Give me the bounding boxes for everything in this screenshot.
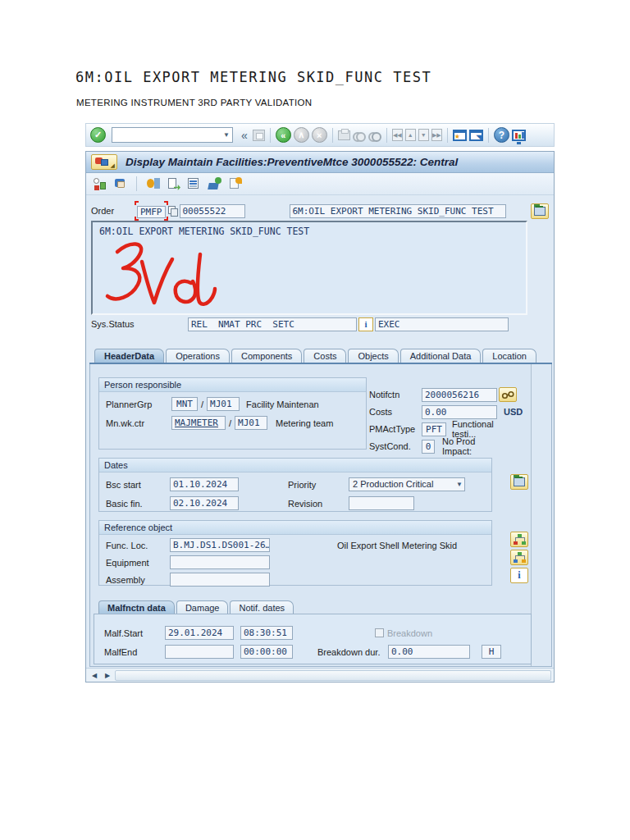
scroll-left-icon[interactable]: ◀: [89, 670, 100, 681]
workcenter-plant-field[interactable]: MJ01: [235, 416, 267, 430]
tab-location[interactable]: Location: [482, 349, 536, 363]
print-icon[interactable]: [338, 130, 350, 140]
object-structure-icon[interactable]: [510, 550, 528, 565]
document-flow-icon[interactable]: [167, 177, 180, 190]
sys-status-label: Sys.Status: [91, 319, 188, 329]
first-page-icon[interactable]: ◀◀: [392, 129, 403, 141]
help-icon[interactable]: ?: [494, 127, 509, 143]
systcond-description: No Prod Impact:: [442, 436, 495, 456]
malf-start-date-field[interactable]: 29.01.2024: [165, 626, 234, 640]
next-page-icon[interactable]: ▼: [418, 129, 429, 141]
order-type-field[interactable]: PMFP: [137, 206, 166, 218]
malf-start-time-field[interactable]: 08:30:51: [240, 626, 293, 640]
plannergrp-plant-field[interactable]: MJ01: [207, 397, 240, 411]
tab-costs[interactable]: Costs: [304, 349, 346, 363]
assembly-field[interactable]: [170, 573, 270, 587]
order-number-field[interactable]: 00055522: [180, 204, 245, 218]
copy-icon[interactable]: [168, 206, 177, 216]
costs-currency: USD: [504, 407, 556, 417]
tab-objects[interactable]: Objects: [348, 349, 398, 363]
status-info-icon[interactable]: i: [358, 317, 373, 331]
header-data-icon[interactable]: [531, 203, 549, 219]
command-field[interactable]: ▼: [112, 127, 233, 143]
funcloc-description: Oil Export Shell Metering Skid: [337, 541, 457, 550]
costs-field[interactable]: 0.00: [422, 405, 497, 419]
priority-dropdown[interactable]: 2 Production Critical▼: [349, 477, 465, 491]
glasses-icon: [501, 390, 515, 399]
services-for-object-icon[interactable]: ◢: [91, 154, 117, 170]
tab-headerdata[interactable]: HeaderData: [94, 349, 164, 363]
breakdown-duration-label: Breakdown dur.: [317, 647, 388, 657]
malf-start-label: Malf.Start: [104, 628, 165, 638]
window-titlebar: ◢ Display Maintain Facilities:Preventive…: [86, 152, 554, 173]
malf-end-time-field[interactable]: 00:00:00: [240, 645, 293, 659]
systcond-field[interactable]: 0: [422, 440, 435, 454]
toolbar-separator: [386, 128, 387, 143]
chevron-down-icon[interactable]: ▼: [223, 131, 230, 139]
last-page-icon[interactable]: ▶▶: [431, 129, 442, 141]
pmacttype-field[interactable]: PFT: [422, 422, 446, 436]
notification-field[interactable]: 2000056216: [422, 388, 497, 402]
customize-layout-icon[interactable]: [512, 130, 526, 141]
order-long-text-area[interactable]: 6M:OIL EXPORT METERING SKID_FUNC TEST: [91, 221, 527, 315]
permits-icon[interactable]: [113, 177, 127, 190]
previous-page-icon[interactable]: ▲: [405, 129, 416, 141]
exit-icon[interactable]: ∧: [294, 127, 309, 143]
costs-report-icon[interactable]: [146, 177, 160, 190]
long-text-line: 6M:OIL EXPORT METERING SKID_FUNC TEST: [99, 226, 309, 237]
tab-operations[interactable]: Operations: [166, 349, 230, 363]
revision-label: Revision: [288, 499, 349, 509]
notification-label: Notifctn: [369, 390, 422, 399]
malf-end-date-field[interactable]: [165, 645, 234, 659]
revision-field[interactable]: [349, 496, 414, 510]
sap-window: ◢ Display Maintain Facilities:Preventive…: [85, 151, 555, 682]
create-shortcut-icon[interactable]: ◥: [469, 130, 483, 141]
workcenter-field[interactable]: MAJMETER: [171, 416, 226, 430]
breakdown-duration-field[interactable]: 0.00: [388, 645, 470, 659]
toolbar-separator: [270, 128, 271, 143]
subtab-notif-dates[interactable]: Notif. dates: [230, 600, 294, 614]
order-type-selection: PMFP: [137, 203, 166, 218]
malf-end-label: MalfEnd: [104, 647, 165, 657]
display-change-icon[interactable]: [208, 177, 221, 190]
back-icon[interactable]: «: [276, 127, 291, 143]
person-responsible-group: Person responsible PlannerGrp MNT / MJ01…: [98, 377, 367, 450]
save-icon[interactable]: [253, 130, 265, 141]
structure-list-icon[interactable]: [510, 532, 528, 547]
separator-slash: /: [201, 399, 203, 409]
object-info-icon[interactable]: i: [510, 568, 528, 583]
sys-status-field[interactable]: REL NMAT PRC SETC: [188, 317, 357, 331]
separator-slash: /: [229, 418, 231, 428]
scroll-right-icon[interactable]: ▶: [102, 670, 113, 681]
breakdown-checkbox[interactable]: [375, 628, 384, 637]
equipment-label: Equipment: [106, 558, 170, 568]
collapse-icon[interactable]: «: [239, 129, 250, 142]
user-status-field[interactable]: EXEC: [375, 317, 509, 331]
order-description-field[interactable]: 6M:OIL EXPORT METERING SKID_FUNC TEST: [290, 204, 506, 218]
plannergrp-field[interactable]: MNT: [171, 397, 198, 411]
find-next-icon[interactable]: [368, 130, 381, 140]
malfunction-data-panel: Malf.Start 29.01.2024 08:30:51 Breakdown…: [94, 614, 532, 664]
duration-unit-field[interactable]: H: [482, 645, 501, 659]
order-documents-icon[interactable]: [228, 177, 242, 190]
display-notification-icon[interactable]: [499, 387, 517, 402]
dates-detail-icon[interactable]: [510, 474, 528, 490]
scrollbar-track[interactable]: [115, 670, 551, 681]
new-session-icon[interactable]: ★: [453, 130, 467, 141]
basic-start-field[interactable]: 01.10.2024: [170, 477, 239, 491]
header-fields-column: Notifctn 2000056216 Costs 0.00 USD PMAct…: [369, 387, 556, 456]
tab-additional-data[interactable]: Additional Data: [400, 349, 482, 363]
funcloc-field[interactable]: B.MJ.DS1.DS001-26…: [170, 538, 270, 552]
basic-finish-field[interactable]: 02.10.2024: [170, 496, 239, 510]
status-overview-icon[interactable]: [93, 177, 107, 190]
tab-components[interactable]: Components: [231, 349, 302, 363]
subtab-malfnctn-data[interactable]: Malfnctn data: [98, 600, 175, 614]
find-icon[interactable]: [353, 130, 366, 140]
subtab-damage[interactable]: Damage: [176, 600, 229, 614]
reference-object-group: Reference object Func. Loc. B.MJ.DS1.DS0…: [98, 520, 492, 586]
action-log-icon[interactable]: [187, 177, 201, 190]
cancel-icon[interactable]: ×: [312, 127, 327, 143]
horizontal-scrollbar[interactable]: ◀ ▶: [86, 668, 554, 682]
equipment-field[interactable]: [170, 555, 270, 569]
enter-icon[interactable]: ✓: [90, 127, 106, 143]
